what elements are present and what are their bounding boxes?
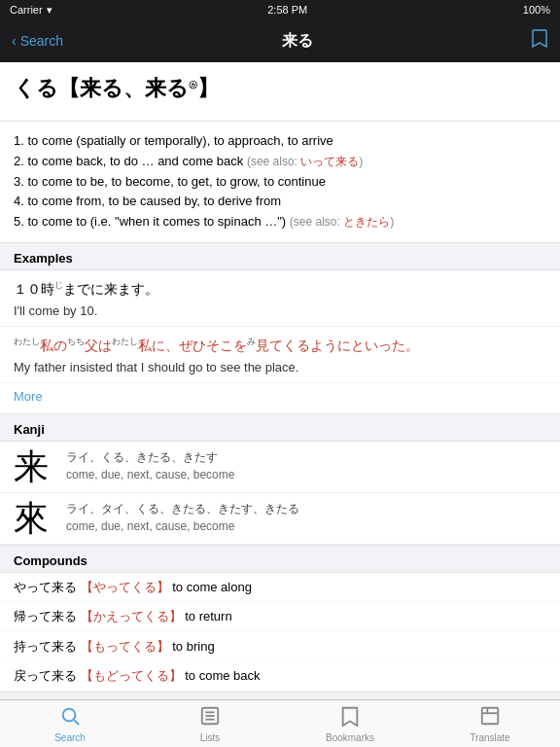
definitions-section: 1. to come (spatially or temporally), to… [0, 122, 560, 242]
carrier-signal: Carrier ▾ [10, 4, 52, 17]
compound-4-bracket: 【もどってくる】 [81, 668, 182, 683]
compound-1[interactable]: やって来る 【やってくる】 to come along [0, 573, 560, 603]
svg-point-0 [63, 708, 76, 721]
compound-3[interactable]: 持って来る 【もってくる】 to bring [0, 632, 560, 662]
tab-bar: Search Lists Bookmarks Tra [0, 699, 560, 747]
svg-rect-6 [482, 707, 499, 724]
compound-1-text: やって来る [14, 580, 77, 594]
kanji-char-2: 來 [14, 501, 52, 536]
compound-2-bracket: 【かえってくる】 [81, 609, 182, 623]
def-num-1: 1. [14, 133, 27, 148]
compound-1-en: to come along [172, 580, 252, 594]
def-num-2: 2. [14, 154, 27, 168]
word-superscript: ㋕ [189, 80, 197, 89]
compound-2-text: 帰って来る [14, 609, 77, 623]
definition-3: 3. to come to be, to become, to get, to … [14, 172, 546, 193]
example-1-japanese: １０時じまでに来ます。 [14, 278, 546, 302]
def-text-5: to come to (i.e. "when it comes to spina… [27, 214, 289, 229]
nav-title: 来る [282, 31, 313, 52]
def-num-3: 3. [14, 174, 27, 189]
compound-4-text: 戻って来る [14, 668, 77, 683]
kanji-char-1: 来 [14, 449, 52, 484]
more-examples-link[interactable]: More [0, 383, 560, 413]
see-also-link-5[interactable]: ときたら [343, 215, 390, 229]
example-1: １０時じまでに来ます。 I'll come by 10. [0, 270, 560, 327]
conjugation-section-title: Conjugation [0, 692, 560, 699]
tab-translate-label: Translate [470, 732, 509, 743]
compound-4[interactable]: 戻って来る 【もどってくる】 to come back [0, 661, 560, 692]
tab-search[interactable]: Search [0, 705, 140, 743]
nav-bar: ‹ Search 来る [0, 19, 560, 62]
def-text-2: to come back, to do … and come back [27, 154, 246, 168]
back-button[interactable]: ‹ Search [12, 33, 63, 49]
def-see-also-5: (see also: ときたら) [290, 215, 394, 229]
example-2: わたし私のちち父はわたし私に、ぜひそこをみ見てくるようにといった。 My fat… [0, 327, 560, 383]
compounds-section-title: Compounds [0, 545, 560, 573]
examples-section-title: Examples [0, 242, 560, 270]
kanji-section-title: Kanji [0, 413, 560, 442]
translate-tab-icon [479, 705, 501, 730]
kanji-meaning-2: come, due, next, cause, become [66, 519, 546, 533]
kanji-meaning-1: come, due, next, cause, become [66, 468, 546, 481]
kanji-row-1[interactable]: 来 ライ、くる、きたる、きたす come, due, next, cause, … [0, 442, 560, 493]
tab-search-label: Search [54, 732, 86, 743]
example-2-english: My father insisted that I should go to s… [14, 360, 546, 374]
search-tab-icon [59, 705, 81, 730]
compound-3-bracket: 【もってくる】 [81, 639, 169, 654]
kanji-reading-2: ライ、タイ、くる、きたる、きたす、きたる [66, 501, 546, 517]
content-scroll[interactable]: くる【来る、来る㋕】 1. to come (spatially or temp… [0, 62, 560, 699]
wifi-icon: ▾ [47, 4, 52, 17]
definition-1: 1. to come (spatially or temporally), to… [14, 131, 546, 152]
status-bar: Carrier ▾ 2:58 PM 100% [0, 0, 560, 19]
battery-indicator: 100% [523, 4, 550, 16]
kanji-row-2[interactable]: 來 ライ、タイ、くる、きたる、きたす、きたる come, due, next, … [0, 493, 560, 545]
bookmark-icon[interactable] [531, 28, 548, 54]
example-2-japanese: わたし私のちち父はわたし私に、ぜひそこをみ見てくるようにといった。 [14, 335, 546, 358]
compound-3-en: to bring [172, 639, 214, 654]
back-label: Search [20, 33, 63, 49]
def-text-3: to come to be, to become, to get, to gro… [27, 174, 325, 189]
compound-2[interactable]: 帰って来る 【かえってくる】 to return [0, 602, 560, 632]
word-title: くる【来る、来る㋕】 [14, 74, 546, 103]
status-time: 2:58 PM [267, 4, 307, 16]
compound-1-bracket: 【やってくる】 [81, 580, 169, 594]
def-num-4: 4. [14, 194, 27, 208]
def-num-5: 5. [14, 214, 27, 229]
tab-lists[interactable]: Lists [140, 705, 280, 743]
definition-4: 4. to come from, to be caused by, to der… [14, 192, 546, 212]
tab-lists-label: Lists [200, 732, 221, 743]
kanji-details-1: ライ、くる、きたる、きたす come, due, next, cause, be… [66, 449, 546, 481]
compound-2-en: to return [185, 609, 231, 623]
compound-3-text: 持って来る [14, 639, 77, 654]
lists-tab-icon [199, 705, 221, 730]
def-text-1: to come (spatially or temporally), to ap… [27, 133, 332, 148]
chevron-left-icon: ‹ [12, 33, 17, 49]
kanji-details-2: ライ、タイ、くる、きたる、きたす、きたる come, due, next, ca… [66, 501, 546, 533]
example-1-english: I'll come by 10. [14, 303, 546, 318]
carrier-text: Carrier [10, 4, 43, 16]
tab-bookmarks-label: Bookmarks [326, 732, 374, 743]
svg-line-1 [74, 720, 79, 725]
def-see-also-2: (see also: いって来る) [247, 155, 363, 168]
word-header: くる【来る、来る㋕】 [0, 62, 560, 122]
see-also-link-2[interactable]: いって来る [300, 155, 359, 168]
tab-bookmarks[interactable]: Bookmarks [280, 705, 420, 743]
definition-2: 2. to come back, to do … and come back (… [14, 152, 546, 172]
definition-5: 5. to come to (i.e. "when it comes to sp… [14, 212, 546, 232]
tab-translate[interactable]: Translate [420, 705, 560, 743]
compound-4-en: to come back [185, 668, 260, 683]
bookmarks-tab-icon [339, 705, 361, 730]
def-text-4: to come from, to be caused by, to derive… [27, 194, 281, 208]
kanji-reading-1: ライ、くる、きたる、きたす [66, 449, 546, 466]
